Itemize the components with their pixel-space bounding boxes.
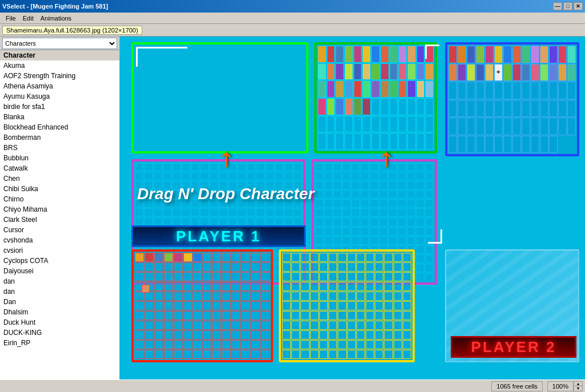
empty-cell[interactable] [407, 208, 415, 217]
empty-cell[interactable] [310, 311, 319, 320]
empty-cell[interactable] [485, 100, 494, 118]
empty-cell[interactable] [324, 227, 332, 236]
empty-cell[interactable] [145, 311, 154, 320]
char-cell[interactable] [327, 46, 335, 63]
empty-cell[interactable] [398, 236, 406, 245]
char-cell[interactable] [448, 46, 457, 63]
empty-cell[interactable] [315, 199, 323, 208]
scroll-down-button[interactable]: ▼ [574, 386, 582, 391]
char-cell[interactable] [567, 46, 576, 63]
empty-cell[interactable] [366, 350, 374, 359]
empty-cell[interactable] [183, 350, 193, 359]
empty-cell[interactable] [370, 190, 378, 199]
empty-cell[interactable] [558, 118, 567, 135]
empty-cell[interactable] [351, 199, 360, 208]
empty-cell[interactable] [338, 311, 346, 320]
empty-cell[interactable] [347, 262, 356, 272]
empty-cell[interactable] [416, 190, 424, 199]
empty-cell[interactable] [549, 82, 558, 99]
empty-cell[interactable] [261, 321, 270, 330]
char-cell[interactable] [371, 80, 380, 98]
empty-cell[interactable] [407, 227, 415, 236]
empty-cell[interactable] [193, 262, 202, 272]
empty-cell[interactable] [241, 321, 250, 330]
empty-cell[interactable] [251, 321, 260, 330]
empty-cell[interactable] [251, 330, 260, 340]
empty-cell[interactable] [394, 311, 402, 320]
empty-cell[interactable] [351, 190, 360, 199]
char-cell[interactable] [371, 46, 380, 63]
char-cell[interactable] [558, 46, 567, 63]
empty-cell[interactable] [193, 321, 202, 330]
empty-cell[interactable] [210, 208, 218, 217]
list-item[interactable]: AOF2 Strength Training [0, 71, 119, 81]
empty-cell[interactable] [333, 236, 342, 245]
empty-cell[interactable] [360, 181, 369, 189]
empty-cell[interactable] [388, 236, 397, 245]
char-cell[interactable] [354, 98, 362, 115]
empty-cell[interactable] [403, 292, 411, 301]
empty-cell[interactable] [310, 301, 319, 310]
empty-cell[interactable] [403, 311, 411, 320]
empty-cell[interactable] [294, 208, 302, 217]
empty-cell[interactable] [154, 262, 163, 272]
empty-cell[interactable] [145, 321, 154, 330]
list-item[interactable]: cvshonda [0, 235, 119, 245]
empty-cell[interactable] [407, 236, 415, 245]
empty-cell[interactable] [154, 311, 163, 320]
char-cell[interactable] [318, 63, 326, 80]
empty-cell[interactable] [467, 100, 475, 118]
empty-cell[interactable] [351, 208, 360, 217]
char-cell[interactable] [503, 64, 512, 82]
empty-cell[interactable] [212, 340, 221, 349]
scroll-up-button[interactable]: ▲ [574, 382, 582, 387]
list-item[interactable]: Akuma [0, 60, 119, 71]
empty-cell[interactable] [347, 282, 356, 291]
category-dropdown[interactable]: Characters Stages Options [2, 38, 117, 49]
empty-cell[interactable] [193, 330, 202, 340]
empty-cell[interactable] [425, 98, 434, 115]
empty-cell[interactable] [282, 282, 291, 291]
list-item[interactable]: birdie for sfa1 [0, 102, 119, 112]
empty-cell[interactable] [512, 100, 521, 118]
empty-cell[interactable] [164, 272, 173, 281]
list-item[interactable]: Ayumu Kasuga [0, 91, 119, 102]
empty-cell[interactable] [328, 282, 337, 291]
empty-cell[interactable] [164, 311, 173, 320]
char-cell[interactable] [318, 46, 326, 63]
empty-cell[interactable] [310, 282, 319, 291]
empty-cell[interactable] [388, 190, 397, 199]
empty-cell[interactable] [354, 116, 362, 133]
char-cell[interactable] [549, 64, 558, 82]
empty-cell[interactable] [375, 330, 383, 340]
empty-cell[interactable] [366, 330, 374, 340]
empty-cell[interactable] [266, 163, 274, 171]
empty-cell[interactable] [333, 181, 342, 189]
empty-cell[interactable] [193, 282, 202, 291]
empty-cell[interactable] [416, 172, 424, 180]
empty-cell[interactable] [174, 311, 183, 320]
empty-cell[interactable] [154, 301, 163, 310]
empty-cell[interactable] [567, 100, 576, 118]
empty-cell[interactable] [154, 292, 163, 301]
empty-cell[interactable] [362, 116, 371, 133]
empty-cell[interactable] [291, 253, 300, 262]
empty-cell[interactable] [403, 350, 411, 359]
empty-cell[interactable] [425, 190, 434, 199]
empty-cell[interactable] [494, 136, 503, 153]
empty-cell[interactable] [458, 118, 466, 135]
empty-cell[interactable] [282, 272, 291, 281]
empty-cell[interactable] [407, 133, 416, 150]
empty-cell[interactable] [416, 273, 424, 281]
empty-cell[interactable] [284, 208, 292, 217]
empty-cell[interactable] [300, 311, 309, 320]
empty-cell[interactable] [319, 262, 328, 272]
empty-cell[interactable] [394, 330, 402, 340]
empty-cell[interactable] [174, 301, 183, 310]
empty-cell[interactable] [416, 217, 424, 226]
empty-cell[interactable] [145, 340, 154, 349]
char-cell[interactable] [344, 98, 353, 115]
empty-cell[interactable] [549, 118, 558, 135]
empty-cell[interactable] [366, 282, 374, 291]
empty-cell[interactable] [247, 208, 255, 217]
